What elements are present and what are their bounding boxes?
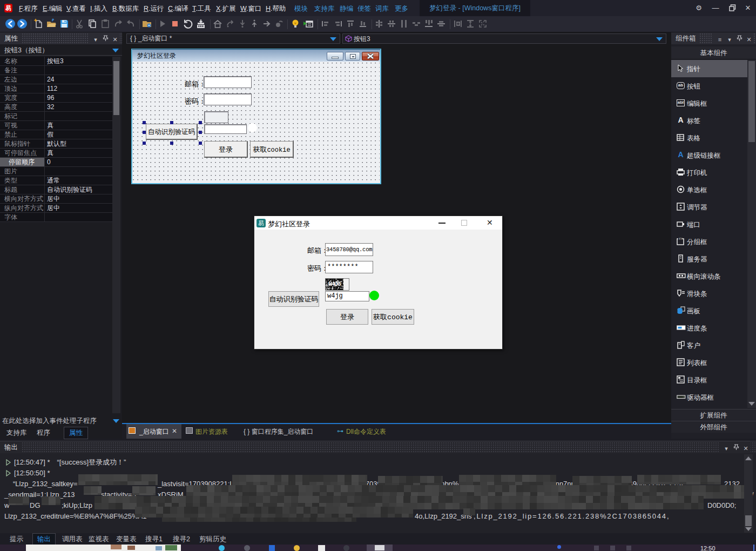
svg-text:XY: XY — [679, 237, 683, 240]
